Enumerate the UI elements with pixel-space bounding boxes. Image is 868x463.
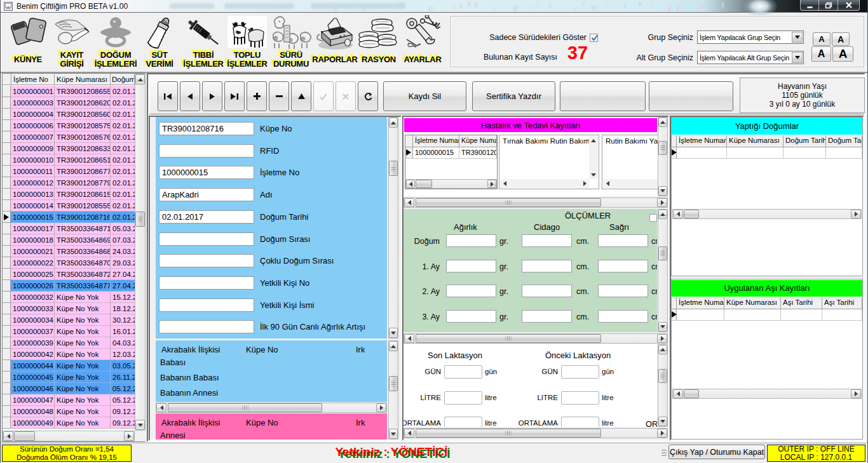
cidago-input[interactable] [522,260,572,272]
lactation-hscrollbar[interactable] [403,428,668,438]
toolbar-item-kunye[interactable]: KÜNYE [6,13,50,70]
treatment-memo-1[interactable]: Tırnak Bakımı Rutin Bakım [499,135,599,189]
scroll-down-button[interactable] [658,322,667,332]
disease-hscrollbar[interactable] [403,198,668,208]
table-row[interactable]: 1000000009 TR39001208633 02.01.20 [3,143,135,154]
print-certificate-button[interactable]: Sertifika Yazdır [472,81,555,111]
scroll-down-button[interactable] [389,429,398,439]
table-row[interactable]: 1000000010 TR39001208651 02.01.20 [3,154,135,166]
table-row[interactable]: 1000000017 TR35003364871 05.03.20 [3,223,135,234]
memo-hscrollbar[interactable] [603,179,658,188]
lactation-input[interactable] [561,365,599,379]
form-input[interactable]: TR39001208716 [159,122,254,135]
toolbar-item-sut[interactable]: SÜTVERİMİ [138,13,181,70]
scroll-thumb[interactable] [416,334,601,343]
logout-button[interactable]: Çıkış Yap / Oturumu Kapat [668,445,765,459]
form-input[interactable] [159,254,254,267]
form-input[interactable] [159,232,254,246]
sagri-input[interactable] [598,260,648,272]
scroll-up-button[interactable] [135,74,145,84]
scroll-down-button[interactable] [658,186,667,196]
scroll-left-button[interactable] [404,198,414,207]
scroll-thumb[interactable] [389,376,398,391]
sagri-input[interactable] [598,285,648,297]
lactation-input[interactable] [561,417,599,427]
table-row[interactable]: 1000000025 TR35003364872 27.04.20 [3,269,135,280]
column-header[interactable]: Doğum Tarihi [826,135,862,147]
column-header[interactable]: Doğum Tarihi [783,135,826,147]
scroll-left-button[interactable] [500,179,509,188]
scroll-right-button[interactable] [851,389,861,398]
scroll-left-button[interactable] [404,429,414,438]
table-row[interactable]: 1000000039 Küpe No Yok 04.03.20 [3,337,135,349]
column-header[interactable]: Küpe Numarası [727,135,783,147]
table-row[interactable]: 1000000026 TR35003364877 27.04.20 [3,280,135,292]
show-only-herd-checkbox[interactable] [590,34,598,42]
sagri-input[interactable] [598,234,648,247]
table-row[interactable]: 1000000049 Küpe No Yok 09.12.20 [3,417,135,429]
scroll-up-button[interactable] [658,345,667,354]
table-row[interactable]: 1000000048 Küpe No Yok 09.12.20 [3,406,135,417]
table-row[interactable]: 1000000022 TR35003364870 29.03.20 [3,257,135,269]
delete-record-button[interactable]: Kaydı Sil [383,81,466,111]
font-size-button-2[interactable]: A [832,32,850,46]
treatment-memo-2[interactable]: Rutin Bakımı Yapı [602,135,658,189]
nav-first-button[interactable] [158,81,178,111]
scroll-left-button[interactable] [673,210,683,218]
scroll-left-button[interactable] [673,389,683,398]
scroll-thumb[interactable] [135,211,145,227]
column-header[interactable]: Küpe Numarası [459,135,497,147]
table-row[interactable]: 1000000004 TR39001208560 02.01.20 [3,109,135,120]
table-row[interactable]: 1000000003 TR39001208620 02.01.20 [3,97,135,109]
form-input[interactable] [159,320,254,333]
table-row[interactable]: 1000000045 Küpe No Yok 26.11.20 [3,372,135,383]
animal-grid-vscrollbar[interactable] [135,74,146,431]
form-input[interactable]: 02.01.2017 [159,210,254,224]
table-row[interactable]: 1000000021 TR35003364868 24.03.20 [3,246,135,257]
table-row[interactable]: 1000000006 TR39001208575 02.01.20 [3,120,135,131]
scroll-thumb[interactable] [389,161,398,176]
vaccines-hscrollbar[interactable] [672,389,862,399]
column-header-kupe-numarasi[interactable]: Küpe Numarası [55,74,111,85]
cidago-input[interactable] [522,310,572,323]
table-row[interactable]: 1000000001 TR39001208655 02.01.20 [3,86,135,97]
toolbar-item-suru[interactable]: SÜRÜDURUMU [269,13,313,70]
form-input[interactable]: ArapKadri [159,188,254,201]
form-input[interactable] [159,276,254,290]
lactation-input[interactable] [444,417,482,427]
lactation-input[interactable] [444,365,482,379]
blank-action-button-1[interactable] [560,81,646,111]
nav-insert-button[interactable] [247,81,267,111]
nav-next-button[interactable] [202,81,222,111]
scroll-up-button[interactable] [389,341,398,351]
table-row[interactable]: 1000000042 Küpe No Yok 12.03.20 [3,349,135,360]
scroll-thumb[interactable] [168,403,322,412]
scroll-up-button[interactable] [658,117,667,127]
memo-vscrollbar[interactable] [589,136,598,179]
nav-refresh-button[interactable] [358,81,378,111]
scroll-right-button[interactable] [657,198,667,207]
nav-cancel-button[interactable] [336,81,356,111]
table-row[interactable]: 1000000033 Küpe No Yok 18.12.20 [3,303,135,314]
column-header[interactable]: Aşı Tarihi [822,297,862,309]
table-row[interactable]: 1000000014 TR39001208555 02.01.20 [3,200,135,211]
table-row[interactable]: 1000000032 Küpe No Yok 15.12.20 [3,292,135,303]
scroll-right-button[interactable] [851,210,861,218]
scroll-right-button[interactable] [124,431,134,441]
column-header[interactable]: İşletme Numarası [413,135,459,147]
measurements-vscrollbar[interactable] [658,209,668,332]
table-row[interactable]: 1000000044 Küpe No Yok 03.05.20 [3,360,135,372]
lactation-input[interactable] [444,391,482,405]
form-input[interactable] [159,299,254,312]
scroll-left-button[interactable] [404,334,414,343]
column-header-isletme-no[interactable]: İşletme No [11,74,55,85]
blank-action-button-2[interactable] [649,81,733,111]
births-hscrollbar[interactable] [672,209,862,219]
scroll-right-button[interactable] [657,334,667,343]
toolbar-item-kayit-girisi[interactable]: KAYITGİRİŞİ [50,13,93,70]
scroll-left-button[interactable] [406,180,415,188]
toolbar-item-toplu[interactable]: TOPLUİŞLEMLER [226,13,269,70]
measurements-hscrollbar[interactable] [403,333,668,344]
weight-input[interactable] [446,285,496,297]
form-input[interactable] [159,144,254,158]
